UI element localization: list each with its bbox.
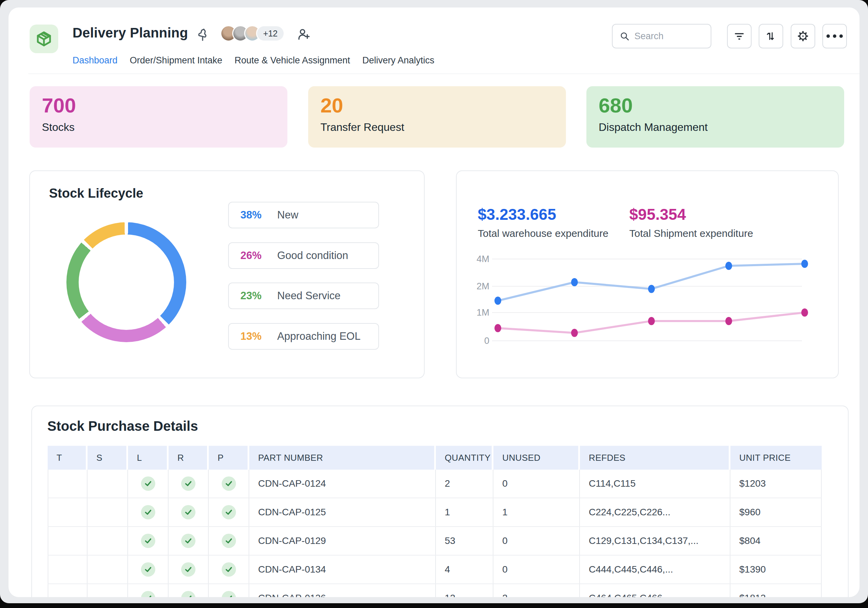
legend-item-good-condition[interactable]: 26% Good condition bbox=[228, 242, 379, 269]
cell-l bbox=[128, 527, 169, 555]
filter-icon bbox=[733, 30, 745, 42]
cell-l bbox=[128, 498, 169, 526]
stocks-label: Stocks bbox=[42, 121, 275, 134]
stat-card-stocks[interactable]: 700 Stocks bbox=[29, 86, 287, 148]
cell-unit-price: $1390 bbox=[730, 555, 822, 583]
settings-button[interactable] bbox=[791, 24, 815, 48]
app-logo-package-icon bbox=[29, 25, 58, 53]
legend-item-need-service[interactable]: 23% Need Service bbox=[228, 283, 379, 309]
cell-t bbox=[48, 555, 87, 583]
cell-quantity: 4 bbox=[436, 555, 493, 583]
cell-quantity: 1 bbox=[436, 498, 493, 526]
stat-card-dispatch-management[interactable]: 680 Dispatch Management bbox=[586, 86, 844, 148]
cell-unused: 0 bbox=[493, 555, 580, 583]
cell-part-number: CDN-CAP-0124 bbox=[249, 470, 436, 498]
cell-l bbox=[128, 584, 169, 597]
tab-dashboard[interactable]: Dashboard bbox=[73, 55, 118, 66]
col-header-r[interactable]: R bbox=[169, 446, 209, 470]
check-icon bbox=[222, 534, 236, 548]
cell-part-number: CDN-CAP-0129 bbox=[249, 527, 436, 555]
avatar-overflow-badge[interactable]: +12 bbox=[256, 25, 285, 42]
cell-r bbox=[169, 470, 209, 498]
cell-unused: 0 bbox=[493, 527, 580, 555]
table-row[interactable]: CDN-CAP-0125 1 1 C224,C225,C226... $960 bbox=[48, 498, 822, 527]
cell-p bbox=[209, 527, 249, 555]
cell-r bbox=[169, 555, 209, 583]
legend-label: Good condition bbox=[277, 249, 348, 262]
col-header-unit-price[interactable]: UNIT PRICE bbox=[730, 446, 822, 470]
page-title: Delivery Planning bbox=[73, 25, 188, 40]
legend-pct: 13% bbox=[240, 330, 267, 342]
col-header-part-number[interactable]: PART NUMBER bbox=[249, 446, 436, 470]
check-icon bbox=[141, 591, 155, 597]
cell-p bbox=[209, 584, 249, 597]
cell-refdes: C444,C445,C446,... bbox=[580, 555, 730, 583]
app-window: Delivery Planning +12 Dashboard Order/Sh… bbox=[9, 8, 859, 597]
cell-unused: 0 bbox=[493, 470, 580, 498]
cell-t bbox=[48, 584, 87, 597]
col-header-p[interactable]: P bbox=[209, 446, 249, 470]
nav-tabs: Dashboard Order/Shipment Intake Route & … bbox=[73, 55, 434, 66]
check-icon bbox=[222, 476, 236, 491]
search-input[interactable] bbox=[634, 31, 699, 42]
sort-icon bbox=[765, 30, 777, 42]
cell-unused: 1 bbox=[493, 498, 580, 526]
legend-pct: 23% bbox=[240, 290, 267, 302]
legend-label: Approaching EOL bbox=[277, 330, 361, 342]
stocks-count: 700 bbox=[42, 95, 275, 117]
cell-quantity: 2 bbox=[436, 470, 493, 498]
stock-lifecycle-card: Stock Lifecycle 38% New 26% Good conditi… bbox=[29, 170, 425, 378]
table-row[interactable]: CDN-CAP-0124 2 0 C114,C115 $1203 bbox=[48, 470, 822, 498]
stock-lifecycle-title: Stock Lifecycle bbox=[49, 186, 143, 201]
filter-button[interactable] bbox=[727, 24, 752, 48]
y-axis-tick: 2M bbox=[463, 281, 489, 291]
col-header-s[interactable]: S bbox=[87, 446, 128, 470]
col-header-l[interactable]: L bbox=[128, 446, 169, 470]
cell-unit-price: $1813 bbox=[730, 584, 822, 597]
col-header-quantity[interactable]: QUANTITY bbox=[436, 446, 493, 470]
collaborator-avatars[interactable]: +12 bbox=[220, 25, 285, 42]
stock-purchase-table: T S L R P PART NUMBER QUANTITY UNUSED RE… bbox=[48, 446, 822, 597]
transfer-request-count: 20 bbox=[321, 95, 554, 117]
cell-refdes: C464,C465,C466... bbox=[580, 584, 730, 597]
pin-icon[interactable] bbox=[195, 26, 210, 42]
more-options-button[interactable] bbox=[822, 24, 847, 48]
check-icon bbox=[141, 562, 155, 577]
y-axis-tick: 0 bbox=[463, 336, 489, 346]
table-row[interactable]: CDN-CAP-0134 4 0 C444,C445,C446,... $139… bbox=[48, 555, 822, 584]
col-header-unused[interactable]: UNUSED bbox=[493, 446, 580, 470]
table-header-row: T S L R P PART NUMBER QUANTITY UNUSED RE… bbox=[48, 446, 822, 470]
y-axis-tick: 1M bbox=[463, 308, 489, 318]
check-icon bbox=[141, 505, 155, 519]
ellipsis-icon bbox=[826, 34, 843, 38]
stock-purchase-details-card: Stock Purchase Details T S L R P PART NU… bbox=[31, 406, 849, 597]
tab-delivery-analytics[interactable]: Delivery Analytics bbox=[362, 55, 434, 66]
table-row[interactable]: CDN-CAP-0129 53 0 C129,C131,C134,C137,..… bbox=[48, 527, 822, 555]
shipment-expenditure-value: $95.354 bbox=[629, 205, 686, 224]
cell-refdes: C114,C115 bbox=[580, 470, 730, 498]
cell-t bbox=[48, 470, 87, 498]
legend-item-new[interactable]: 38% New bbox=[228, 202, 379, 229]
tab-route-vehicle-assignment[interactable]: Route & Vehicle Assignment bbox=[235, 55, 350, 66]
expenditure-card: $3.233.665 Total warehouse expenditure $… bbox=[456, 170, 839, 378]
tab-order-shipment-intake[interactable]: Order/Shipment Intake bbox=[130, 55, 222, 66]
col-header-refdes[interactable]: REFDES bbox=[580, 446, 730, 470]
cell-p bbox=[209, 498, 249, 526]
sort-button[interactable] bbox=[759, 24, 783, 48]
cell-t bbox=[48, 527, 87, 555]
cell-s bbox=[87, 470, 128, 498]
cell-unit-price: $1203 bbox=[730, 470, 822, 498]
add-person-icon[interactable] bbox=[296, 27, 310, 42]
col-header-t[interactable]: T bbox=[48, 446, 87, 470]
legend-label: New bbox=[277, 209, 298, 221]
check-icon bbox=[181, 591, 195, 597]
legend-item-approaching-eol[interactable]: 13% Approaching EOL bbox=[228, 323, 379, 350]
cell-s bbox=[87, 584, 128, 597]
search-bar[interactable] bbox=[612, 24, 711, 48]
check-icon bbox=[222, 505, 236, 519]
warehouse-expenditure-value: $3.233.665 bbox=[478, 205, 556, 224]
table-row[interactable]: CDN-CAP-0136 12 2 C464,C465,C466... $181… bbox=[48, 584, 822, 597]
stat-card-transfer-request[interactable]: 20 Transfer Request bbox=[308, 86, 566, 148]
cell-t bbox=[48, 498, 87, 526]
check-icon bbox=[141, 534, 155, 548]
